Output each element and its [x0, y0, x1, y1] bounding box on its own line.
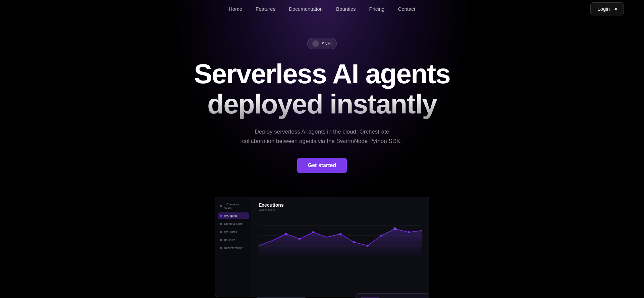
nav-links: Home Features Documentation Bounties Pri… [20, 6, 624, 12]
sidebar-create-agent[interactable]: + Create an Agent [218, 201, 249, 211]
nav-contact[interactable]: Contact [398, 6, 415, 12]
svg-point-4 [285, 233, 287, 235]
nav-bounties[interactable]: Bounties [336, 6, 356, 12]
sidebar-label-agents: My Agents [224, 214, 237, 217]
sidebar-dot-create-store [220, 223, 222, 225]
svg-point-8 [353, 241, 355, 243]
dashboard-preview: + Create an Agent My Agents Create a Sto… [215, 197, 429, 297]
sidebar-bounties[interactable]: Bounties [218, 237, 249, 243]
navbar: Home Features Documentation Bounties Pri… [0, 0, 644, 18]
sidebar-create-store[interactable]: Create a Store [218, 220, 249, 227]
code-card: ● Python 3.11 42% Build progress... Pyth… [356, 293, 429, 298]
executions-chart [259, 215, 422, 256]
badge-icon: ··· [312, 40, 319, 47]
login-label: Login [597, 6, 610, 12]
sidebar-label-docs: Documentation [224, 246, 243, 250]
login-button[interactable]: Login ⇥ [590, 2, 624, 15]
nav-documentation[interactable]: Documentation [289, 6, 323, 12]
sidebar-label-bounties: Bounties [224, 238, 235, 242]
svg-point-6 [312, 231, 314, 233]
sidebar-label-stores: My Stores [224, 230, 237, 234]
badge-text: SNAI [322, 41, 332, 46]
sidebar-label-create: + Create an Agent [224, 203, 247, 209]
cta-get-started[interactable]: Get started [297, 158, 347, 173]
dashboard-main: Executions Last 24 hours [252, 197, 429, 297]
sidebar-dot-agents [220, 215, 222, 217]
sidebar-dot-bounties [220, 239, 222, 241]
svg-point-5 [299, 238, 301, 240]
nav-pricing[interactable]: Pricing [369, 6, 384, 12]
svg-point-7 [339, 233, 341, 235]
hero-title: Serverless AI agents deployed instantly [194, 59, 450, 119]
svg-point-10 [380, 235, 382, 237]
nav-home[interactable]: Home [229, 6, 242, 12]
chart-title: Executions [259, 202, 422, 208]
dashboard-outer: + Create an Agent My Agents Create a Sto… [215, 197, 429, 297]
svg-point-12 [408, 231, 410, 233]
svg-point-11 [394, 228, 396, 230]
hero-section: ··· SNAI Serverless AI agents deployed i… [0, 18, 644, 197]
sidebar-dot-create [220, 205, 222, 207]
sidebar-my-stores[interactable]: My Stores [218, 229, 249, 235]
chart-subtitle: Last 24 hours [259, 208, 422, 211]
sidebar-documentation[interactable]: Documentation [218, 245, 249, 251]
hero-subtitle: Deploy serverless AI agents in the cloud… [238, 127, 406, 145]
sidebar-label-create-store: Create a Store [224, 222, 243, 226]
nav-features[interactable]: Features [256, 6, 275, 12]
dashboard-sidebar: + Create an Agent My Agents Create a Sto… [215, 197, 252, 297]
sidebar-dot-docs [220, 247, 222, 249]
sidebar-dot-stores [220, 231, 222, 233]
sidebar-my-agents[interactable]: My Agents [218, 212, 249, 219]
login-icon: ⇥ [612, 6, 617, 12]
svg-point-9 [367, 245, 369, 247]
hero-badge: ··· SNAI [307, 38, 337, 49]
dashboard-section: + Create an Agent My Agents Create a Sto… [0, 197, 644, 298]
